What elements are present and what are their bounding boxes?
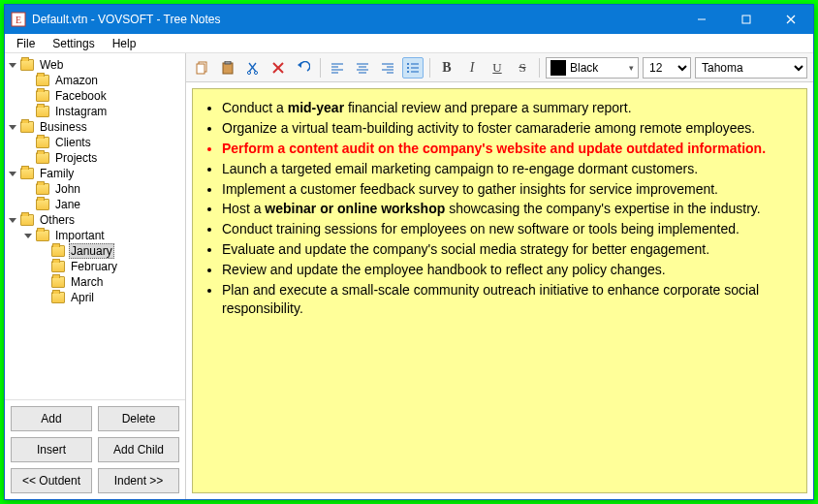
note-bullet[interactable]: Conduct a mid-year financial review and … — [222, 99, 793, 117]
paste-button[interactable] — [217, 57, 238, 79]
maximize-button[interactable] — [724, 5, 769, 34]
chevron-down-icon[interactable] — [22, 230, 34, 241]
tree-spacer — [38, 245, 49, 257]
svg-point-17 — [247, 71, 250, 74]
tree-spacer — [22, 199, 34, 210]
tree-node[interactable]: March — [7, 274, 183, 290]
font-size-select[interactable]: 12 — [643, 57, 691, 79]
tree-spacer — [22, 106, 34, 117]
toolbar-separator — [320, 58, 321, 78]
add-button[interactable]: Add — [11, 406, 92, 431]
tree-node[interactable]: John — [7, 181, 183, 197]
tree-spacer — [38, 292, 49, 303]
tree-node-label: Business — [38, 120, 89, 134]
note-bullet[interactable]: Host a webinar or online workshop showca… — [222, 200, 793, 218]
tree-node[interactable]: Important — [7, 228, 183, 243]
chevron-down-icon[interactable] — [7, 214, 18, 226]
svg-point-18 — [254, 71, 257, 74]
delete-text-button[interactable] — [267, 57, 289, 79]
color-swatch-icon — [551, 60, 566, 76]
editor-toolbar: B I U S Black▾ 12 Tahoma — [186, 53, 813, 82]
tree-node[interactable]: Clients — [7, 135, 183, 150]
note-bullet[interactable]: Perform a content audit on the company's… — [222, 140, 793, 158]
tree-node-label: January — [69, 243, 114, 259]
tree-view[interactable]: WebAmazonFacebookInstagramBusinessClient… — [5, 53, 185, 399]
tree-node-label: Family — [38, 167, 76, 180]
chevron-down-icon[interactable] — [7, 168, 18, 179]
cut-button[interactable] — [242, 57, 264, 79]
folder-icon — [20, 214, 34, 226]
folder-icon — [36, 106, 49, 117]
tree-node[interactable]: Amazon — [7, 73, 183, 88]
strikethrough-button[interactable]: S — [512, 57, 533, 79]
insert-button[interactable]: Insert — [11, 437, 92, 462]
tree-node[interactable]: Family — [7, 166, 183, 181]
note-bullet[interactable]: Review and update the employee handbook … — [222, 261, 793, 279]
tree-node-label: Facebook — [53, 89, 109, 103]
align-center-button[interactable] — [352, 57, 373, 79]
note-bullet[interactable]: Organize a virtual team-building activit… — [222, 119, 793, 138]
minimize-button[interactable] — [679, 5, 724, 34]
svg-marker-6 — [9, 63, 16, 68]
note-bullet[interactable]: Evaluate and update the company's social… — [222, 240, 793, 259]
menu-settings[interactable]: Settings — [45, 35, 102, 52]
note-bullet[interactable]: Conduct training sessions for employees … — [222, 220, 793, 238]
tree-node[interactable]: Facebook — [7, 88, 183, 104]
copy-button[interactable] — [192, 57, 213, 79]
chevron-down-icon[interactable] — [7, 121, 18, 133]
tree-node[interactable]: January — [7, 243, 183, 259]
align-right-button[interactable] — [377, 57, 398, 79]
tree-node[interactable]: Others — [7, 212, 183, 228]
bold-button[interactable]: B — [436, 57, 457, 79]
tree-node-label: Others — [38, 213, 77, 227]
menu-file[interactable]: File — [9, 35, 43, 52]
font-family-select[interactable]: Tahoma — [695, 57, 807, 79]
tree-node-label: Jane — [53, 198, 82, 211]
tree-node-label: Web — [38, 58, 65, 72]
tree-node[interactable]: Jane — [7, 197, 183, 212]
delete-button[interactable]: Delete — [98, 406, 179, 431]
note-editor[interactable]: Conduct a mid-year financial review and … — [192, 88, 807, 493]
align-left-button[interactable] — [327, 57, 348, 79]
tree-node-label: Clients — [53, 136, 93, 149]
svg-marker-8 — [9, 172, 16, 176]
note-bullet[interactable]: Plan and execute a small-scale community… — [222, 281, 793, 318]
folder-icon — [36, 183, 49, 195]
svg-marker-10 — [24, 234, 32, 238]
underline-button[interactable]: U — [487, 57, 508, 79]
svg-marker-7 — [9, 125, 16, 130]
close-button[interactable] — [769, 5, 813, 34]
svg-text:E: E — [16, 15, 21, 25]
folder-icon — [36, 75, 49, 86]
italic-button[interactable]: I — [461, 57, 483, 79]
tree-spacer — [22, 152, 34, 164]
tree-node-label: Amazon — [53, 74, 100, 87]
svg-rect-14 — [225, 61, 231, 64]
note-bullet[interactable]: Implement a customer feedback survey to … — [222, 180, 793, 199]
tree-node[interactable]: Business — [7, 119, 183, 135]
add-child-button[interactable]: Add Child — [98, 437, 179, 462]
font-color-select[interactable]: Black▾ — [546, 57, 639, 79]
note-bullet[interactable]: Launch a targeted email marketing campai… — [222, 160, 793, 178]
svg-point-38 — [407, 71, 409, 73]
outdent-button[interactable]: << Outdent — [11, 468, 92, 493]
menu-help[interactable]: Help — [105, 35, 144, 52]
app-window: E Default.vtn - VOVSOFT - Tree Notes Fil… — [4, 4, 814, 500]
font-color-label: Black — [570, 61, 598, 75]
tree-node-label: John — [53, 182, 82, 196]
sidebar: WebAmazonFacebookInstagramBusinessClient… — [5, 53, 186, 499]
tree-spacer — [38, 276, 49, 288]
folder-icon — [20, 168, 34, 179]
bullet-list-button[interactable] — [402, 57, 424, 79]
svg-point-36 — [407, 67, 409, 69]
tree-node[interactable]: Projects — [7, 150, 183, 166]
indent-button[interactable]: Indent >> — [98, 468, 179, 493]
tree-node[interactable]: Web — [7, 57, 183, 73]
undo-button[interactable] — [293, 57, 314, 79]
tree-spacer — [22, 75, 34, 86]
chevron-down-icon[interactable] — [7, 59, 18, 71]
tree-node[interactable]: April — [7, 290, 183, 305]
tree-node-label: March — [69, 275, 105, 289]
tree-node[interactable]: Instagram — [7, 104, 183, 119]
tree-node[interactable]: February — [7, 259, 183, 274]
